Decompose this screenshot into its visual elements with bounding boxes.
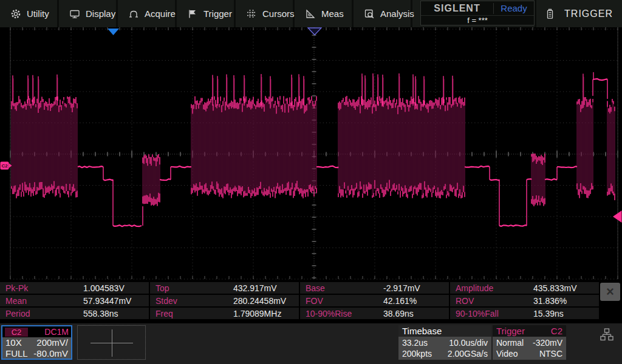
measurement-table: Pk-Pk1.004583V Top432.917mV Base-2.917mV… xyxy=(0,282,599,319)
monitor-icon xyxy=(69,8,80,19)
meas-value: 31.836% xyxy=(533,296,567,306)
timebase-detail-rows: 33.2us 10.0us/div 200kpts 2.00GSa/s xyxy=(398,337,491,360)
oscilloscope-screen: Utility Display Acquire Trigger xyxy=(0,0,622,364)
trigger-type: Video xyxy=(496,349,518,359)
menu-item-display[interactable]: Display xyxy=(59,0,118,27)
close-icon: × xyxy=(606,284,614,300)
meas-cell: Freq1.79089MHz xyxy=(150,308,299,319)
meas-cell: FOV42.161% xyxy=(300,295,449,306)
menu-item-acquire[interactable]: Acquire xyxy=(118,0,177,27)
meas-value: 1.004583V xyxy=(83,283,125,293)
channel-2-descriptor[interactable]: C2 DC1M 10X 200mV/ FULL -80.0mV xyxy=(1,325,72,360)
meas-label: Top xyxy=(150,283,233,293)
channel-title-row: C2 DC1M xyxy=(2,326,71,337)
trigger-position-marker[interactable] xyxy=(108,29,119,35)
cursors-grid-icon xyxy=(246,8,257,19)
trigger-source: C2 xyxy=(551,326,562,336)
waveform-display[interactable]: C2 xyxy=(0,27,622,280)
meas-label: 10-90%Rise xyxy=(300,309,383,318)
meas-cell: Top432.917mV xyxy=(150,282,299,294)
meas-label: Pk-Pk xyxy=(0,283,83,293)
channel-id-badge: C2 xyxy=(5,328,28,337)
channel-coupling: DC1M xyxy=(44,327,69,337)
meas-cell: Base-2.917mV xyxy=(300,282,449,294)
meas-value: 15.39ns xyxy=(533,309,564,318)
meas-label: Period xyxy=(0,309,83,318)
flag-icon xyxy=(187,8,198,19)
channel-scale: 200mV/ xyxy=(36,337,68,348)
meas-label: FOV xyxy=(300,296,383,306)
menu-item-utility[interactable]: Utility xyxy=(0,0,59,27)
trigger-frequency: f = *** xyxy=(421,15,534,25)
acquisition-status-box[interactable]: SIGLENT Ready f = *** xyxy=(420,1,535,25)
timebase-memory: 200kpts xyxy=(402,349,432,359)
ruler-triangle-icon xyxy=(305,8,316,19)
trigger-mode: Normal xyxy=(496,338,524,348)
channel-detail-rows: 10X 200mV/ FULL -80.0mV xyxy=(2,337,71,359)
status-top-row: SIGLENT Ready xyxy=(421,1,534,15)
menu-item-cursors[interactable]: Cursors xyxy=(236,0,295,27)
meas-cell: 90-10%Fall15.39ns xyxy=(450,308,599,319)
timebase-title: Timebase xyxy=(402,326,442,336)
bottom-status-bar: C2 DC1M 10X 200mV/ FULL -80.0mV Timebase xyxy=(0,323,622,364)
channel-bandwidth: FULL xyxy=(5,348,28,359)
meas-value: 1.79089MHz xyxy=(233,309,281,318)
meas-value: 558.38ns xyxy=(83,309,118,318)
timebase-delay: 33.2us xyxy=(402,338,428,348)
acquisition-state: Ready xyxy=(494,3,534,13)
add-channel-slot[interactable] xyxy=(77,325,146,360)
menu-item-meas[interactable]: Meas xyxy=(295,0,354,27)
meas-value: 432.917mV xyxy=(233,283,277,293)
meas-label: Base xyxy=(300,283,383,293)
trigger-panel-label: TRIGGER xyxy=(564,8,613,19)
meas-label: 90-10%Fall xyxy=(450,309,533,318)
meas-value: 57.93447mV xyxy=(83,296,131,306)
timebase-scale: 10.0us/div xyxy=(449,338,488,348)
menu-bar: Utility Display Acquire Trigger xyxy=(0,0,622,27)
magnifier-doc-icon xyxy=(364,8,375,19)
menu-item-label: Meas xyxy=(321,8,344,19)
meas-label: Mean xyxy=(0,296,83,306)
meas-value: -2.917mV xyxy=(383,283,420,293)
gear-icon xyxy=(10,8,21,19)
menu-item-label: Acquire xyxy=(145,8,176,19)
meas-cell: 10-90%Rise38.69ns xyxy=(300,308,449,319)
menu-item-label: Cursors xyxy=(262,8,295,19)
close-measurements-button[interactable]: × xyxy=(600,283,620,301)
trigger-delay-marker[interactable] xyxy=(308,28,321,35)
meas-cell: ROV31.836% xyxy=(450,295,599,306)
menu-item-label: Trigger xyxy=(203,8,232,19)
meas-label: ROV xyxy=(450,296,533,306)
channel-offset: -80.0mV xyxy=(33,348,68,359)
menu-item-label: Analysis xyxy=(380,8,414,19)
meas-cell: Period558.38ns xyxy=(0,308,149,319)
trigger-title: Trigger xyxy=(496,326,525,336)
trigger-descriptor[interactable]: Trigger C2 Normal -320mV Video NTSC xyxy=(493,325,566,360)
timebase-descriptor[interactable]: Timebase 33.2us 10.0us/div 200kpts 2.00G… xyxy=(398,325,491,360)
trigger-level-marker[interactable] xyxy=(613,211,622,223)
meas-label: Amplitude xyxy=(450,283,533,293)
timebase-samplerate: 2.00GSa/s xyxy=(448,349,488,359)
plus-icon xyxy=(112,329,112,357)
trigger-standard: NTSC xyxy=(539,349,562,359)
menu-item-analysis[interactable]: Analysis xyxy=(354,0,412,27)
arch-icon xyxy=(128,8,139,19)
scope-graticule-svg: C2 xyxy=(0,27,622,280)
brand-logo: SIGLENT xyxy=(421,3,494,14)
meas-value: 435.833mV xyxy=(533,283,577,293)
trigger-knob-icon xyxy=(545,8,555,19)
svg-text:C2: C2 xyxy=(1,163,8,169)
meas-value: 38.69ns xyxy=(383,309,414,318)
meas-label: Stdev xyxy=(150,296,233,306)
trigger-level: -320mV xyxy=(533,338,562,348)
meas-value: 280.24458mV xyxy=(233,296,286,306)
trigger-title-row: Trigger C2 xyxy=(493,325,566,337)
meas-cell: Pk-Pk1.004583V xyxy=(0,282,149,294)
trigger-detail-rows: Normal -320mV Video NTSC xyxy=(493,337,566,360)
lan-icon[interactable] xyxy=(600,328,613,341)
menu-item-trigger[interactable]: Trigger xyxy=(177,0,236,27)
meas-cell: Amplitude435.833mV xyxy=(450,282,599,294)
meas-label: Freq xyxy=(150,309,233,318)
trigger-panel-button[interactable]: TRIGGER xyxy=(535,0,622,27)
timebase-title-row: Timebase xyxy=(398,325,491,337)
